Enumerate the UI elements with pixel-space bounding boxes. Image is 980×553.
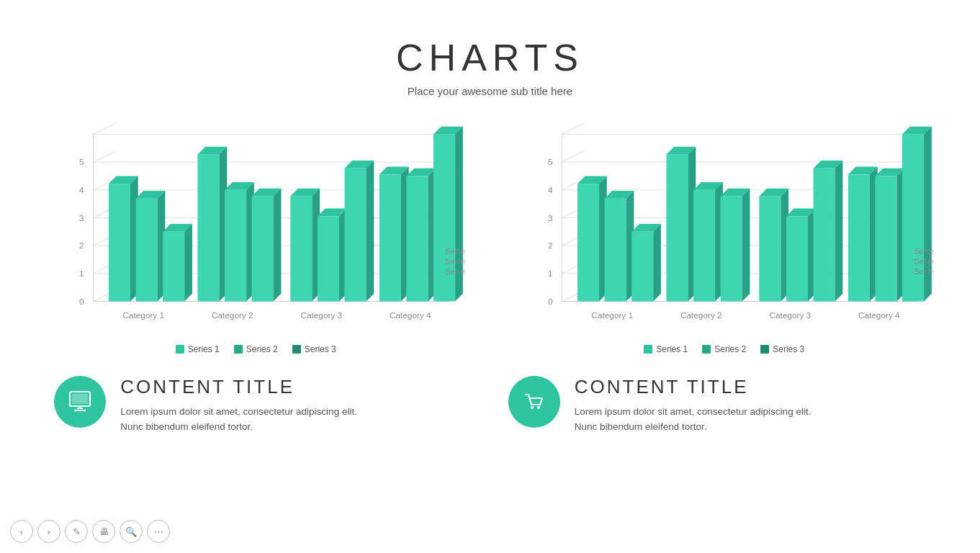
header: CHARTS Place your awesome sub title here [0,0,980,104]
content-title-1: CONTENT TITLE [120,376,357,398]
svg-rect-28 [163,232,184,302]
svg-rect-49 [379,174,401,301]
svg-rect-114 [848,174,870,301]
chart-2-svg-wrapper: 0 1 2 3 4 5 [516,119,933,338]
svg-text:Series 3: Series 3 [445,247,464,256]
svg-text:Category 4: Category 4 [390,310,431,320]
chart2-legend-dot-s1 [644,345,652,354]
legend-label-s3: Series 3 [305,344,336,354]
chart2-legend-series3: Series 3 [760,344,804,354]
edit-button[interactable]: ✎ [65,520,88,543]
content-icon-2 [508,376,560,428]
content-icon-1 [54,376,106,428]
svg-marker-30 [184,224,192,301]
chart2-legend-series1: Series 1 [644,344,688,354]
svg-text:5: 5 [548,157,553,167]
svg-text:1: 1 [79,269,84,279]
print-button[interactable]: 🖶 [92,520,115,543]
next-button[interactable]: › [37,520,60,543]
chart-2: 0 1 2 3 4 5 [516,119,933,354]
svg-point-135 [531,406,534,409]
svg-text:Category 2: Category 2 [680,310,722,320]
content-block-1: CONTENT TITLE Lorem ipsum dolor sit amet… [54,376,472,435]
page-title: CHARTS [0,36,980,79]
zoom-button[interactable]: 🔍 [120,520,143,543]
legend-dot-s2 [234,345,243,354]
monitor-icon [67,389,93,415]
chart2-legend-label-s3: Series 3 [773,344,804,354]
svg-rect-99 [693,190,715,302]
svg-rect-102 [720,196,742,301]
prev-button[interactable]: ‹ [10,520,33,543]
svg-text:Category 3: Category 3 [301,310,343,320]
svg-marker-104 [742,189,750,302]
svg-marker-48 [367,161,374,301]
chart-2-svg: 0 1 2 3 4 5 [516,119,933,336]
chart2-legend-dot-s2 [702,345,711,354]
svg-rect-31 [198,154,220,301]
svg-rect-22 [109,184,130,301]
svg-text:3: 3 [548,213,553,223]
svg-text:5: 5 [79,157,84,167]
svg-text:Series 1: Series 1 [914,267,933,276]
chart2-legend-label-s2: Series 2 [714,344,746,354]
svg-marker-95 [653,224,661,301]
svg-rect-120 [902,134,924,301]
content-row: CONTENT TITLE Lorem ipsum dolor sit amet… [0,354,980,449]
svg-rect-52 [407,176,428,301]
svg-rect-37 [252,196,274,301]
legend-label-s2: Series 2 [246,344,278,354]
svg-line-72 [562,122,585,134]
content-block-2: CONTENT TITLE Lorem ipsum dolor sit amet… [508,376,926,435]
charts-row: 0 1 2 3 4 5 [0,104,980,354]
svg-line-73 [562,150,585,162]
svg-rect-96 [666,154,688,301]
chart-1-svg-wrapper: 0 1 2 3 4 5 [47,119,464,338]
svg-rect-46 [345,168,367,302]
svg-text:Series 2: Series 2 [914,257,933,266]
chart2-legend-dot-s3 [760,345,769,354]
svg-line-7 [94,122,117,134]
page-wrapper: CHARTS Place your awesome sub title here [0,0,980,553]
svg-rect-43 [318,216,339,301]
svg-rect-105 [759,196,781,301]
svg-marker-39 [274,189,282,302]
svg-rect-117 [875,176,896,301]
page-subtitle: Place your awesome sub title here [0,85,980,97]
legend-series2: Series 2 [234,344,278,354]
chart-1-legend: Series 1 Series 2 Series 3 [47,344,464,354]
svg-text:2: 2 [79,240,84,251]
svg-text:Series 1: Series 1 [445,267,464,276]
chart-1-svg: 0 1 2 3 4 5 [47,119,464,336]
svg-text:Category 2: Category 2 [212,310,253,320]
svg-rect-90 [604,199,626,302]
svg-text:Category 4: Category 4 [858,310,900,320]
svg-rect-108 [786,216,808,301]
chart2-legend-label-s1: Series 1 [656,344,688,354]
svg-point-136 [537,406,540,409]
svg-text:0: 0 [79,297,84,307]
svg-marker-113 [835,161,842,301]
legend-series1: Series 1 [176,344,220,354]
svg-text:Series 3: Series 3 [914,247,933,256]
svg-rect-87 [577,184,599,301]
svg-text:4: 4 [548,185,553,195]
chart-2-legend: Series 1 Series 2 Series 3 [516,344,933,354]
svg-rect-25 [136,199,158,302]
content-title-2: CONTENT TITLE [575,376,812,398]
more-button[interactable]: ⋯ [147,520,170,543]
legend-dot-s1 [176,345,184,354]
svg-text:0: 0 [548,297,553,307]
svg-text:Category 1: Category 1 [123,310,165,320]
svg-text:2: 2 [548,240,553,251]
svg-rect-134 [72,394,88,404]
svg-rect-40 [291,196,313,301]
chart2-legend-series2: Series 2 [702,344,746,354]
svg-rect-55 [433,134,455,301]
svg-rect-111 [813,168,835,302]
legend-label-s1: Series 1 [188,344,220,354]
svg-text:Category 1: Category 1 [591,310,633,320]
content-body-1: Lorem ipsum dolor sit amet, consectetur … [120,404,357,435]
cart-icon [521,389,547,415]
legend-dot-s3 [292,345,301,354]
